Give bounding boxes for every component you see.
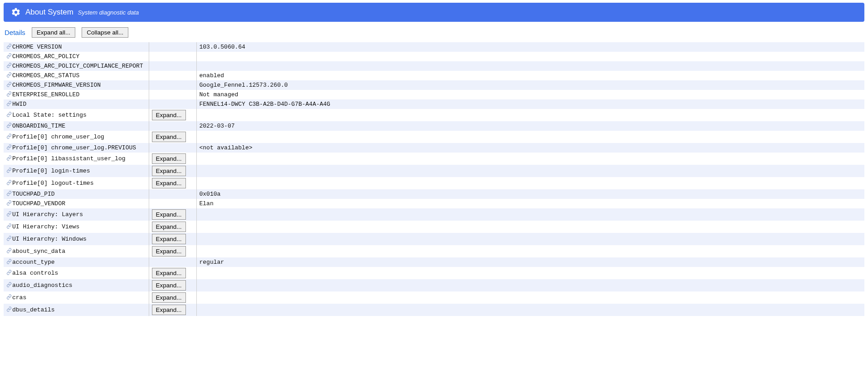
row-name: CHROMEOS_ARC_STATUS <box>12 72 79 79</box>
expand-button[interactable]: Expand... <box>152 153 186 164</box>
expand-button[interactable]: Expand... <box>152 222 186 232</box>
row-name: HWID <box>12 101 26 108</box>
link-icon[interactable] <box>6 91 12 97</box>
row-value <box>196 233 864 245</box>
row-name: TOUCHPAD_PID <box>12 191 55 197</box>
row-value: FENNEL14-DWCY C3B-A2B-D4D-G7B-A4A-A4G <box>196 99 864 109</box>
table-row: TOUCHPAD_PID0x010a <box>4 189 864 199</box>
row-name: dbus_details <box>12 306 55 313</box>
expand-button[interactable]: Expand... <box>152 268 186 278</box>
row-value: 103.0.5060.64 <box>196 42 864 52</box>
row-name: CHROMEOS_ARC_POLICY_COMPLIANCE_REPORT <box>12 63 143 69</box>
row-name: Profile[0] libassistant_user_log <box>12 155 126 162</box>
table-row: Profile[0] chrome_user_logExpand... <box>4 131 864 143</box>
row-name: alsa controls <box>12 270 58 276</box>
link-icon[interactable] <box>6 133 12 139</box>
row-value: Not managed <box>196 90 864 99</box>
row-value: 2022-03-07 <box>196 121 864 131</box>
link-icon[interactable] <box>6 236 12 241</box>
row-value <box>196 153 864 165</box>
row-name: UI Hierarchy: Windows <box>12 236 87 242</box>
expand-button[interactable]: Expand... <box>152 132 186 142</box>
row-name: Profile[0] chrome_user_log <box>12 133 104 140</box>
link-icon[interactable] <box>6 155 12 161</box>
link-icon[interactable] <box>6 200 12 206</box>
link-icon[interactable] <box>6 306 12 312</box>
link-icon[interactable] <box>6 211 12 217</box>
row-value: regular <box>196 257 864 267</box>
page-subtitle: System diagnostic data <box>78 9 139 16</box>
expand-button[interactable]: Expand... <box>152 234 186 244</box>
table-row: CHROMEOS_ARC_STATUSenabled <box>4 71 864 80</box>
row-value: <not available> <box>196 143 864 153</box>
row-name: Profile[0] logout-times <box>12 180 93 187</box>
expand-button[interactable]: Expand... <box>152 280 186 291</box>
link-icon[interactable] <box>6 259 12 264</box>
row-value <box>196 52 864 61</box>
link-icon[interactable] <box>6 123 12 128</box>
row-value <box>196 291 864 304</box>
row-name: TOUCHPAD_VENDOR <box>12 200 65 207</box>
table-row: Profile[0] logout-timesExpand... <box>4 177 864 189</box>
table-row: ENTERPRISE_ENROLLEDNot managed <box>4 90 864 99</box>
row-value <box>196 304 864 316</box>
expand-button[interactable]: Expand... <box>152 209 186 220</box>
table-row: alsa controlsExpand... <box>4 267 864 279</box>
link-icon[interactable] <box>6 180 12 185</box>
row-name: Profile[0] login-times <box>12 168 90 174</box>
page-header: About System System diagnostic data <box>4 3 864 22</box>
expand-button[interactable]: Expand... <box>152 110 186 120</box>
row-value <box>196 177 864 189</box>
table-row: CHROMEOS_ARC_POLICY <box>4 52 864 61</box>
collapse-all-button[interactable]: Collapse all... <box>82 27 128 38</box>
expand-button[interactable]: Expand... <box>152 178 186 188</box>
row-name: audio_diagnostics <box>12 282 73 289</box>
row-name: about_sync_data <box>12 248 65 255</box>
link-icon[interactable] <box>6 72 12 78</box>
table-row: UI Hierarchy: WindowsExpand... <box>4 233 864 245</box>
row-name: cras <box>12 294 26 301</box>
table-row: CHROMEOS_FIRMWARE_VERSIONGoogle_Fennel.1… <box>4 80 864 90</box>
page-title: About System <box>25 8 73 17</box>
row-value: enabled <box>196 71 864 80</box>
expand-all-button[interactable]: Expand all... <box>32 27 75 38</box>
link-icon[interactable] <box>6 44 12 49</box>
link-icon[interactable] <box>6 53 12 59</box>
row-value <box>196 221 864 233</box>
expand-button[interactable]: Expand... <box>152 166 186 176</box>
row-value <box>196 165 864 177</box>
row-value <box>196 208 864 221</box>
expand-button[interactable]: Expand... <box>152 305 186 315</box>
table-row: dbus_detailsExpand... <box>4 304 864 316</box>
link-icon[interactable] <box>6 270 12 275</box>
row-value: Google_Fennel.12573.260.0 <box>196 80 864 90</box>
row-name: CHROMEOS_ARC_POLICY <box>12 53 79 60</box>
link-icon[interactable] <box>6 144 12 150</box>
row-name: UI Hierarchy: Layers <box>12 211 83 218</box>
table-row: about_sync_dataExpand... <box>4 245 864 257</box>
link-icon[interactable] <box>6 191 12 196</box>
link-icon[interactable] <box>6 168 12 173</box>
table-row: UI Hierarchy: ViewsExpand... <box>4 221 864 233</box>
table-row: audio_diagnosticsExpand... <box>4 279 864 291</box>
link-icon[interactable] <box>6 112 12 117</box>
table-row: UI Hierarchy: LayersExpand... <box>4 208 864 221</box>
link-icon[interactable] <box>6 282 12 287</box>
row-name: ONBOARDING_TIME <box>12 123 65 129</box>
row-name: account_type <box>12 259 55 266</box>
table-row: TOUCHPAD_VENDORElan <box>4 199 864 208</box>
details-link[interactable]: Details <box>5 29 25 36</box>
link-icon[interactable] <box>6 63 12 68</box>
table-row: HWIDFENNEL14-DWCY C3B-A2B-D4D-G7B-A4A-A4… <box>4 99 864 109</box>
link-icon[interactable] <box>6 101 12 106</box>
expand-button[interactable]: Expand... <box>152 292 186 303</box>
link-icon[interactable] <box>6 248 12 253</box>
link-icon[interactable] <box>6 294 12 300</box>
row-value: Elan <box>196 199 864 208</box>
link-icon[interactable] <box>6 82 12 87</box>
row-name: UI Hierarchy: Views <box>12 223 79 230</box>
row-value <box>196 279 864 291</box>
link-icon[interactable] <box>6 223 12 229</box>
expand-button[interactable]: Expand... <box>152 246 186 257</box>
table-row: account_typeregular <box>4 257 864 267</box>
